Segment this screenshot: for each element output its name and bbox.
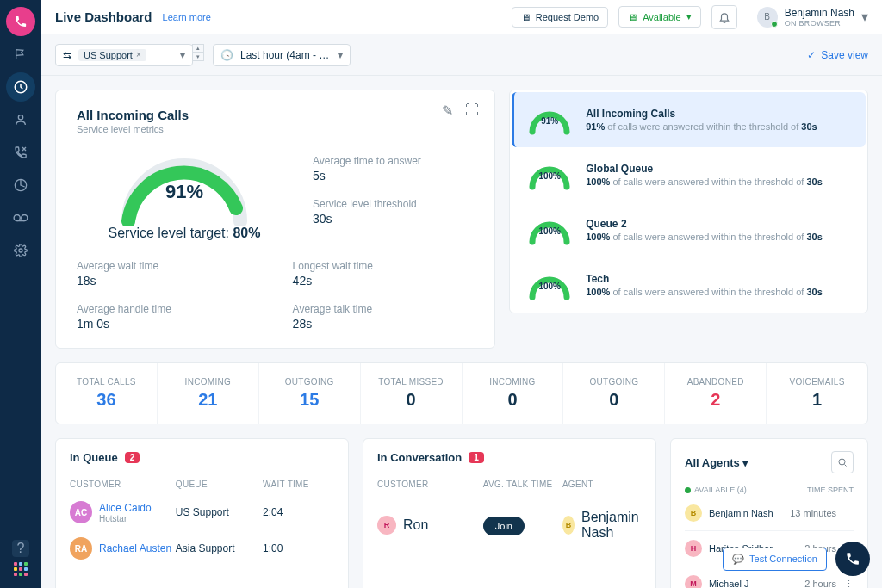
total-cell: VOICEMAILS1 [767,363,867,424]
filter-spinners[interactable]: ▴▾ [192,44,204,66]
agent-search-button[interactable] [831,451,854,473]
edit-icon[interactable]: ✎ [442,102,453,119]
agent-name: Michael J [709,579,748,588]
svg-point-1 [18,115,22,120]
topbar: Live Dashboard Learn more 🖥 Request Demo… [41,0,882,34]
app-switcher-icon[interactable] [14,562,28,576]
timerange-filter[interactable]: 🕓 Last hour (4am - … ▾ [213,44,351,66]
agent-avatar: H [685,540,702,557]
stat-value: 28s [293,317,475,331]
mini-gauge: 100% [527,214,572,245]
team-filter[interactable]: ⇆ US Support× ▾ [55,44,193,66]
filter-icon: ⇆ [63,49,71,61]
team-chip[interactable]: US Support× [78,49,146,61]
queue-item[interactable]: 100%Tech100% of calls were answered with… [512,257,866,313]
total-value: 1 [773,390,860,410]
queue-item[interactable]: 100%Queue 2100% of calls were answered w… [512,202,866,257]
total-cell: ABANDONED2 [665,363,767,424]
nav-contacts-icon[interactable] [6,105,35,134]
total-label: OUTGOING [266,377,353,387]
nav-dashboard-icon[interactable] [6,72,35,102]
test-connection-button[interactable]: 💬 Test Connection [723,548,827,571]
panel-title: In Queue [70,451,118,464]
learn-more-link[interactable]: Learn more [163,12,211,22]
chip-remove-icon[interactable]: × [136,50,141,59]
time-header: TIME SPENT [807,486,854,494]
svg-point-3 [14,214,20,220]
stat-value: 5s [313,169,421,183]
brand-icon[interactable] [6,7,35,36]
expand-icon[interactable]: ⛶ [465,102,479,119]
total-label: TOTAL MISSED [368,377,455,387]
total-label: VOICEMAILS [773,377,860,387]
total-value: 0 [570,390,657,410]
nav-settings-icon[interactable] [6,236,35,265]
nav-flag-icon[interactable] [6,40,35,69]
availability-dropdown[interactable]: 🖥 Available ▾ [618,6,700,28]
card-subtitle: Service level metrics [77,124,474,134]
nav-calls-icon[interactable] [6,138,35,167]
svg-point-5 [19,249,22,252]
nav-reports-icon[interactable] [6,170,35,200]
user-channel: ON BROWSER [785,19,854,28]
total-label: ABANDONED [672,377,759,387]
total-value: 2 [672,390,759,410]
stat-label: Longest wait time [293,260,475,272]
save-view-button[interactable]: ✓ Save view [807,49,868,61]
agent-avatar: B [685,504,702,522]
customer-name-link[interactable]: Alice Caido [99,502,152,514]
col-header: AGENT [562,480,642,489]
clock-icon: 🕓 [220,49,233,61]
chevron-down-icon: ▾ [861,9,868,25]
queue-row[interactable]: RARachael AustenAsia Support1:00 [70,530,334,566]
request-demo-button[interactable]: 🖥 Request Demo [512,7,608,28]
help-icon[interactable]: ? [12,540,29,557]
queue-name: Queue 2 [586,218,823,230]
notifications-button[interactable] [711,5,737,29]
stat-value: 1m 0s [77,317,258,331]
customer-company: Hotstar [99,514,152,523]
agent-menu-icon[interactable]: ⋮ [843,579,854,589]
agent-time: 13 minutes [790,508,836,518]
agents-filter-dropdown[interactable]: All Agents ▾ [685,456,748,469]
queue-item[interactable]: 100%Global Queue100% of calls were answe… [512,147,866,202]
test-connection-label: Test Connection [749,554,817,564]
gauge-percentage: 91% [115,181,253,203]
queue-row[interactable]: ACAlice CaidoHotstarUS Support2:04 [70,494,334,530]
conv-count-badge: 1 [469,452,484,463]
total-value: 36 [63,390,150,410]
agent-avatar: B [562,516,575,535]
customer-avatar: RA [70,537,92,560]
dialer-fab[interactable] [835,542,870,576]
nav-voicemail-icon[interactable] [6,203,35,232]
mini-gauge: 100% [527,159,572,190]
stat-value: 42s [293,274,475,288]
service-level-card: ✎ ⛶ All Incoming Calls Service level met… [55,90,495,349]
customer-name-link[interactable]: Rachael Austen [99,542,171,554]
total-value: 0 [469,390,556,410]
user-menu[interactable]: B Benjamin Nash ON BROWSER ▾ [748,7,868,28]
total-cell: OUTGOING0 [563,363,665,424]
totals-bar: TOTAL CALLS36INCOMING21OUTGOING15TOTAL M… [55,362,868,424]
queue-item[interactable]: 91%All Incoming Calls91% of calls were a… [512,92,866,147]
agent-row[interactable]: BBenjamin Nash13 minutes [685,496,854,531]
total-cell: TOTAL CALLS36 [56,363,158,424]
total-label: INCOMING [469,377,556,387]
wait-time: 1:00 [263,542,334,554]
chevron-down-icon: ▾ [686,11,692,22]
stat-value: 18s [77,274,258,288]
col-header: CUSTOMER [70,480,176,489]
stat-label: Average talk time [293,303,475,315]
queue-count-badge: 2 [125,452,140,463]
user-avatar: B [757,7,778,28]
total-cell: TOTAL MISSED0 [361,363,463,424]
agent-name: Benjamin Nash [709,508,773,518]
total-label: INCOMING [165,377,252,387]
col-header: QUEUE [176,480,263,489]
in-queue-panel: In Queue2 CUSTOMERQUEUEWAIT TIME ACAlice… [55,438,349,588]
queue-desc: 100% of calls were answered within the t… [586,232,823,242]
total-cell: INCOMING21 [158,363,259,424]
total-label: OUTGOING [570,377,657,387]
agents-section-label: AVAILABLE (4) [685,486,747,494]
join-button[interactable]: Join [483,517,525,535]
